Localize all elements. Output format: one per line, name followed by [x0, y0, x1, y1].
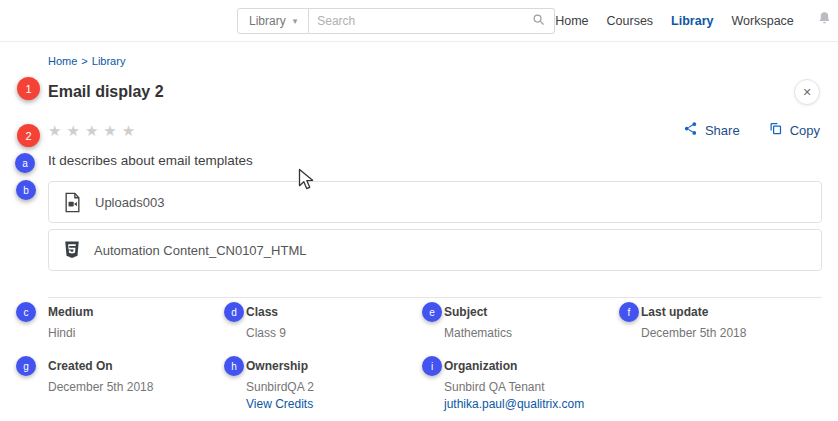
top-navbar: Library ▾ Home Courses Library Workspace	[0, 0, 838, 42]
star-icon[interactable]: ★	[122, 123, 135, 138]
meta-subject: e Subject Mathematics	[444, 305, 641, 341]
nav-item-workspace[interactable]: Workspace	[732, 14, 794, 28]
chevron-down-icon: ▾	[293, 16, 298, 26]
search-scope-label: Library	[249, 14, 286, 28]
section-divider	[48, 297, 822, 298]
star-icon[interactable]: ★	[48, 123, 61, 138]
annotation-marker-1: 1	[17, 77, 40, 100]
nav-item-home[interactable]: Home	[555, 14, 588, 28]
meta-value: Mathematics	[444, 325, 641, 341]
meta-organization: i Organization Sunbird QA Tenant juthika…	[444, 359, 641, 411]
annotation-marker-h: h	[224, 356, 244, 376]
annotation-marker-e: e	[422, 302, 442, 322]
annotation-marker-i: i	[422, 356, 442, 376]
close-button[interactable]: ✕	[794, 79, 820, 105]
search-icon	[531, 12, 546, 30]
breadcrumb: Home>Library	[48, 55, 822, 67]
meta-value: December 5th 2018	[48, 379, 246, 395]
content-item-name: Automation Content_CN0107_HTML	[94, 243, 306, 258]
meta-value: Class 9	[246, 325, 444, 341]
annotation-marker-g: g	[16, 356, 36, 376]
content-description: It describes about email templates	[48, 153, 822, 168]
search-group: Library ▾	[237, 8, 555, 34]
copy-button[interactable]: Copy	[768, 121, 820, 139]
content-item-card[interactable]: Automation Content_CN0107_HTML	[48, 229, 822, 271]
share-icon	[683, 121, 698, 139]
close-icon: ✕	[802, 86, 811, 99]
star-icon[interactable]: ★	[103, 123, 116, 138]
html5-file-icon	[63, 240, 81, 260]
breadcrumb-home-link[interactable]: Home	[48, 55, 77, 67]
breadcrumb-library-link[interactable]: Library	[92, 55, 126, 67]
meta-ownership: h Ownership SunbirdQA 2 View Credits	[246, 359, 444, 411]
star-icon[interactable]: ★	[66, 123, 79, 138]
view-credits-link[interactable]: View Credits	[246, 397, 444, 411]
meta-label: Created On	[48, 359, 246, 373]
rating-stars: ★ ★ ★ ★ ★	[48, 123, 135, 138]
annotation-marker-2: 2	[17, 124, 40, 147]
search-input[interactable]	[317, 14, 531, 28]
meta-label: Medium	[48, 305, 246, 319]
meta-class: d Class Class 9	[246, 305, 444, 341]
meta-value: Sunbird QA Tenant	[444, 379, 641, 395]
meta-medium: c Medium Hindi	[48, 305, 246, 341]
content-item-card[interactable]: Uploads003	[48, 181, 822, 223]
meta-last-update: f Last update December 5th 2018	[641, 305, 822, 341]
page-title: Email display 2	[48, 83, 164, 101]
meta-value: SunbirdQA 2	[246, 379, 444, 395]
meta-label: Class	[246, 305, 444, 319]
nav-item-courses[interactable]: Courses	[607, 14, 654, 28]
annotation-marker-b: b	[16, 180, 36, 200]
annotation-marker-f: f	[619, 302, 639, 322]
meta-label: Subject	[444, 305, 641, 319]
meta-label: Organization	[444, 359, 641, 373]
search-box	[309, 8, 555, 34]
mouse-cursor	[298, 168, 316, 196]
annotation-marker-d: d	[224, 302, 244, 322]
meta-label: Last update	[641, 305, 822, 319]
content-item-name: Uploads003	[95, 195, 164, 210]
copy-icon	[768, 121, 783, 139]
video-file-icon	[63, 192, 82, 213]
organization-email-link[interactable]: juthika.paul@qualitrix.com	[444, 397, 641, 411]
search-button[interactable]	[531, 12, 546, 30]
header-nav: Home Courses Library Workspace S	[555, 7, 838, 35]
meta-created-on: g Created On December 5th 2018	[48, 359, 246, 411]
copy-label: Copy	[790, 123, 820, 138]
meta-value: December 5th 2018	[641, 325, 822, 341]
annotation-marker-a: a	[15, 153, 35, 173]
search-scope-dropdown[interactable]: Library ▾	[237, 8, 309, 34]
meta-value: Hindi	[48, 325, 246, 341]
meta-empty-cell	[641, 359, 822, 411]
share-label: Share	[705, 123, 740, 138]
notification-bell-button[interactable]	[816, 10, 833, 31]
breadcrumb-separator: >	[81, 55, 87, 67]
bell-icon	[816, 10, 833, 31]
star-icon[interactable]: ★	[85, 123, 98, 138]
metadata-grid: c Medium Hindi d Class Class 9 e Subject…	[48, 305, 822, 411]
annotation-marker-c: c	[16, 302, 36, 322]
meta-label: Ownership	[246, 359, 444, 373]
nav-item-library[interactable]: Library	[671, 14, 713, 28]
child-content-list: Uploads003 Automation Content_CN0107_HTM…	[48, 181, 822, 271]
content-detail-page: Home>Library Email display 2 ✕ ★ ★ ★ ★ ★	[0, 55, 838, 411]
share-button[interactable]: Share	[683, 121, 740, 139]
